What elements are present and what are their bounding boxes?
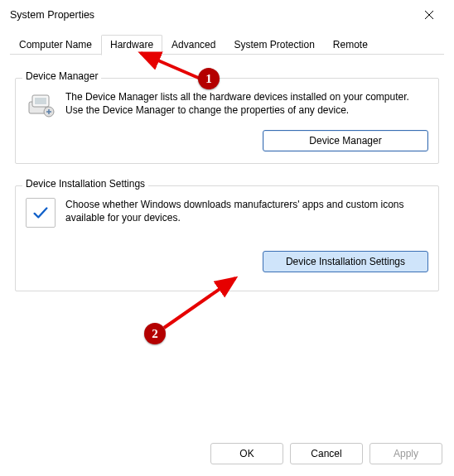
- device-manager-actions: Device Manager: [26, 130, 428, 151]
- window-title: System Properties: [10, 9, 94, 21]
- ok-button[interactable]: OK: [210, 443, 283, 464]
- cancel-button[interactable]: Cancel: [290, 443, 363, 464]
- tab-label: Remote: [333, 39, 368, 50]
- install-settings-check-icon: [26, 198, 56, 228]
- install-settings-row: Choose whether Windows downloads manufac…: [26, 198, 428, 228]
- button-label: Cancel: [311, 448, 341, 459]
- tab-body-hardware: Device Manager The Device Manager lists …: [0, 55, 454, 435]
- groupbox-install-settings: Device Installation Settings Choose whet…: [15, 185, 439, 291]
- tab-advanced[interactable]: Advanced: [162, 35, 225, 55]
- groupbox-legend: Device Manager: [22, 70, 101, 82]
- tab-label: Advanced: [171, 39, 215, 50]
- tab-strip: Computer Name Hardware Advanced System P…: [0, 30, 454, 55]
- titlebar: System Properties: [0, 0, 454, 30]
- device-manager-icon: [26, 90, 56, 120]
- close-button[interactable]: [411, 2, 447, 27]
- tab-system-protection[interactable]: System Protection: [225, 35, 323, 55]
- groupbox-device-manager: Device Manager The Device Manager lists …: [15, 78, 439, 164]
- tab-label: Computer Name: [19, 39, 92, 50]
- device-manager-button[interactable]: Device Manager: [263, 130, 428, 151]
- tab-remote[interactable]: Remote: [324, 35, 377, 55]
- button-label: Device Manager: [309, 135, 381, 147]
- device-manager-description: The Device Manager lists all the hardwar…: [65, 90, 428, 117]
- button-label: Apply: [394, 448, 418, 459]
- install-settings-actions: Device Installation Settings: [26, 251, 428, 272]
- tab-label: System Protection: [234, 39, 314, 50]
- install-settings-description: Choose whether Windows downloads manufac…: [65, 198, 428, 224]
- device-installation-settings-button[interactable]: Device Installation Settings: [263, 251, 428, 272]
- checkmark-icon: [31, 204, 50, 222]
- close-icon: [424, 10, 434, 20]
- button-label: OK: [239, 448, 254, 459]
- tab-computer-name[interactable]: Computer Name: [10, 35, 101, 55]
- device-manager-row: The Device Manager lists all the hardwar…: [26, 90, 428, 120]
- svg-rect-4: [35, 98, 46, 104]
- apply-button[interactable]: Apply: [369, 443, 442, 464]
- button-label: Device Installation Settings: [286, 256, 405, 267]
- tab-hardware[interactable]: Hardware: [101, 35, 162, 55]
- dialog-footer: OK Cancel Apply: [0, 435, 454, 476]
- tab-label: Hardware: [110, 39, 153, 50]
- groupbox-legend: Device Installation Settings: [22, 178, 148, 190]
- system-properties-window: System Properties Computer Name Hardware…: [0, 0, 454, 476]
